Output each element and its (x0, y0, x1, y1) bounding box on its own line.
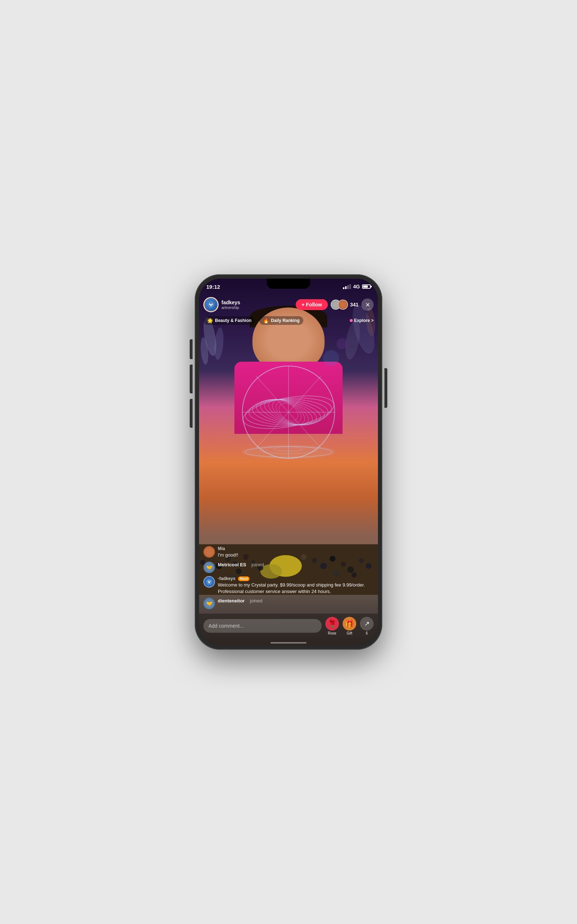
crystal-bowl (238, 358, 339, 470)
rose-icon: 🌹 (325, 617, 339, 630)
daily-ranking-category[interactable]: 🔥 Daily Ranking (259, 316, 303, 325)
host-username: fadkeys (221, 300, 293, 306)
beauty-fashion-category[interactable]: 🌟 Beauty & Fashion (203, 316, 255, 325)
ranking-emoji: 🔥 (263, 318, 269, 323)
chat-content-1: Mia I'm good!! (218, 546, 374, 558)
comment-placeholder: Add comment... (208, 623, 244, 629)
viewer-avatar-2 (338, 300, 348, 310)
battery-fill (363, 286, 368, 288)
host-info: fadkeys artnership (221, 300, 293, 310)
chat-message-4: 🤝 dienteneitor joined (203, 598, 374, 609)
ranking-label: Daily Ranking (271, 318, 299, 323)
chat-avatar-1[interactable] (203, 546, 215, 558)
close-button[interactable]: ✕ (361, 299, 374, 311)
host-bar: fadkeys artnership + Follow 341 ✕ (199, 294, 378, 315)
share-icon: ↗ (360, 617, 374, 630)
svg-point-4 (337, 338, 347, 349)
status-right-icons: 4G (343, 284, 371, 289)
viewer-avatars (331, 300, 348, 310)
explore-label: Explore > (354, 318, 374, 323)
chat-content-2: Metricool ES joined (218, 562, 374, 568)
follow-button[interactable]: + Follow (296, 299, 328, 310)
network-type: 4G (353, 284, 360, 289)
beauty-emoji: 🌟 (207, 318, 213, 323)
chat-avatar-3[interactable] (203, 576, 215, 588)
category-bar: 🌟 Beauty & Fashion 🔥 Daily Ranking Explo… (199, 315, 378, 326)
home-indicator (271, 642, 306, 643)
chat-avatar-2: 🤝 (203, 562, 215, 573)
phone-screen: 19:12 4G (199, 279, 378, 645)
chat-text-3: Welcome to my Crystal party. $9.99/scoop… (218, 582, 374, 595)
host-avatar-inner (205, 298, 218, 311)
volume-up-button[interactable] (190, 339, 193, 359)
comment-input[interactable]: Add comment... (203, 619, 322, 633)
host-badge: Host (238, 577, 250, 581)
signal-bars (343, 284, 351, 289)
rose-label: Rose (328, 631, 336, 635)
host-logo-icon (206, 578, 213, 585)
follow-plus: + (301, 302, 305, 307)
host-avatar[interactable] (203, 297, 219, 312)
viewer-count: 341 (350, 302, 358, 307)
power-button[interactable] (384, 368, 387, 408)
close-icon: ✕ (365, 301, 370, 308)
signal-bar-4 (350, 284, 351, 289)
chat-area: Mia I'm good!! 🤝 Metricool ES joined (199, 546, 378, 613)
signal-bar-1 (343, 287, 344, 289)
chat-joined-4: dienteneitor joined (218, 598, 374, 604)
explore-button[interactable]: Explore > (350, 318, 374, 323)
viewer-section: 341 (331, 300, 358, 310)
notch (267, 279, 310, 289)
chat-username-3: -fadkeys Host (218, 576, 374, 581)
chat-content-3: -fadkeys Host Welcome to my Crystal part… (218, 576, 374, 595)
signal-bar-2 (345, 286, 347, 289)
chat-content-4: dienteneitor joined (218, 598, 374, 604)
share-count: 6 (366, 631, 368, 635)
live-stream-screen: 19:12 4G (199, 279, 378, 645)
battery-indicator (362, 284, 371, 289)
share-button[interactable]: ↗ 6 (360, 617, 374, 635)
gift-label: Gift (347, 631, 352, 635)
gift-icon: 🎁 (343, 617, 356, 630)
signal-bar-3 (347, 285, 349, 289)
chat-username-1: Mia (218, 546, 374, 551)
host-partnership: artnership (221, 305, 293, 310)
chat-message-3: -fadkeys Host Welcome to my Crystal part… (203, 576, 374, 595)
gift-button[interactable]: 🎁 Gift (343, 617, 356, 635)
fadkeys-logo-icon (206, 300, 215, 309)
follow-label: Follow (306, 302, 322, 307)
comment-bar: Add comment... 🌹 Rose 🎁 Gift ↗ 6 (199, 614, 378, 645)
status-time: 19:12 (206, 284, 220, 290)
phone-frame: 19:12 4G (195, 274, 382, 650)
explore-dot-icon (350, 319, 353, 322)
chat-avatar-4: 🤝 (203, 598, 215, 609)
rose-button[interactable]: 🌹 Rose (325, 617, 339, 635)
chat-text-1: I'm good!! (218, 552, 374, 558)
chat-message-2: 🤝 Metricool ES joined (203, 562, 374, 573)
chat-joined-2: Metricool ES joined (218, 562, 374, 568)
beauty-label: Beauty & Fashion (215, 318, 251, 323)
silent-switch[interactable] (190, 399, 193, 428)
chat-message-1: Mia I'm good!! (203, 546, 374, 558)
volume-down-button[interactable] (190, 365, 193, 393)
svg-point-6 (213, 327, 225, 360)
